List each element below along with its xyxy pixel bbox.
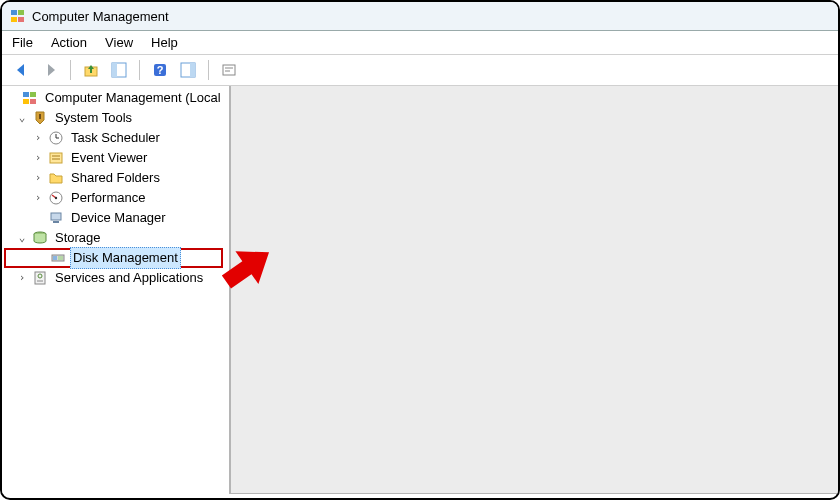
svg-rect-22 [50,153,62,163]
toolbar-separator [208,60,209,80]
tree-label: Event Viewer [68,148,150,168]
expander-icon[interactable]: ⌄ [16,228,28,248]
titlebar: Computer Management [2,2,838,31]
expander-icon[interactable]: › [32,128,44,148]
workspace: ▾ Computer Management (Local ⌄ System To… [2,86,838,494]
forward-button[interactable] [38,59,62,81]
svg-rect-1 [18,10,24,15]
tree-label: Services and Applications [52,268,206,288]
performance-icon [48,190,64,206]
back-button[interactable] [10,59,34,81]
tree-event-viewer[interactable]: › Event Viewer [2,148,229,168]
svg-rect-2 [11,17,17,22]
svg-rect-6 [112,63,117,77]
folder-icon [48,170,64,186]
svg-rect-31 [53,256,57,260]
svg-rect-18 [39,114,41,119]
tree-label: Disk Management [70,247,181,269]
svg-rect-3 [18,17,24,22]
console-tree[interactable]: ▾ Computer Management (Local ⌄ System To… [2,88,229,288]
tree-label: Device Manager [68,208,169,228]
expander-icon[interactable]: › [32,188,44,208]
menu-action[interactable]: Action [51,35,87,50]
menu-view[interactable]: View [105,35,133,50]
tree-task-scheduler[interactable]: › Task Scheduler [2,128,229,148]
window-title: Computer Management [32,9,169,24]
svg-rect-15 [30,92,36,97]
storage-icon [32,230,48,246]
expander-icon[interactable]: › [16,268,28,288]
tree-pane: ▾ Computer Management (Local ⌄ System To… [2,86,230,494]
tree-label: Computer Management (Local [42,88,224,108]
expander-icon[interactable]: ⌄ [16,108,28,128]
svg-rect-32 [58,256,63,260]
tree-performance[interactable]: › Performance [2,188,229,208]
clock-icon [48,130,64,146]
content-pane [230,86,838,494]
tree-label: Task Scheduler [68,128,163,148]
svg-rect-17 [30,99,36,104]
device-manager-icon [48,210,64,226]
menubar: File Action View Help [2,31,838,55]
svg-rect-16 [23,99,29,104]
tree-label: Storage [52,228,104,248]
menu-file[interactable]: File [12,35,33,50]
svg-rect-0 [11,10,17,15]
toolbar-separator [139,60,140,80]
toolbar-separator [70,60,71,80]
show-hide-tree-button[interactable] [107,59,131,81]
system-tools-icon [32,110,48,126]
tree-system-tools[interactable]: ⌄ System Tools [2,108,229,128]
app-icon [10,8,26,24]
toolbar: ? [2,55,838,86]
computer-management-icon [22,90,38,106]
properties-button[interactable] [217,59,241,81]
event-viewer-icon [48,150,64,166]
tree-label: System Tools [52,108,135,128]
svg-point-26 [55,197,57,199]
svg-rect-14 [23,92,29,97]
tree-label: Performance [68,188,148,208]
svg-rect-11 [223,65,235,75]
up-folder-button[interactable] [79,59,103,81]
tree-disk-management[interactable]: › Disk Management [4,248,223,268]
tree-root[interactable]: ▾ Computer Management (Local [2,88,229,108]
svg-rect-27 [51,213,61,220]
tree-services-apps[interactable]: › Services and Applications [2,268,229,288]
tree-device-manager[interactable]: › Device Manager [2,208,229,228]
svg-text:?: ? [157,64,164,76]
tree-storage[interactable]: ⌄ Storage [2,228,229,248]
tree-shared-folders[interactable]: › Shared Folders [2,168,229,188]
services-icon [32,270,48,286]
menu-help[interactable]: Help [151,35,178,50]
show-action-pane-button[interactable] [176,59,200,81]
tree-label: Shared Folders [68,168,163,188]
svg-rect-28 [53,221,59,223]
expander-icon[interactable]: › [32,168,44,188]
disk-management-icon [50,250,66,266]
help-button[interactable]: ? [148,59,172,81]
expander-icon[interactable]: › [32,148,44,168]
svg-rect-10 [190,63,195,77]
